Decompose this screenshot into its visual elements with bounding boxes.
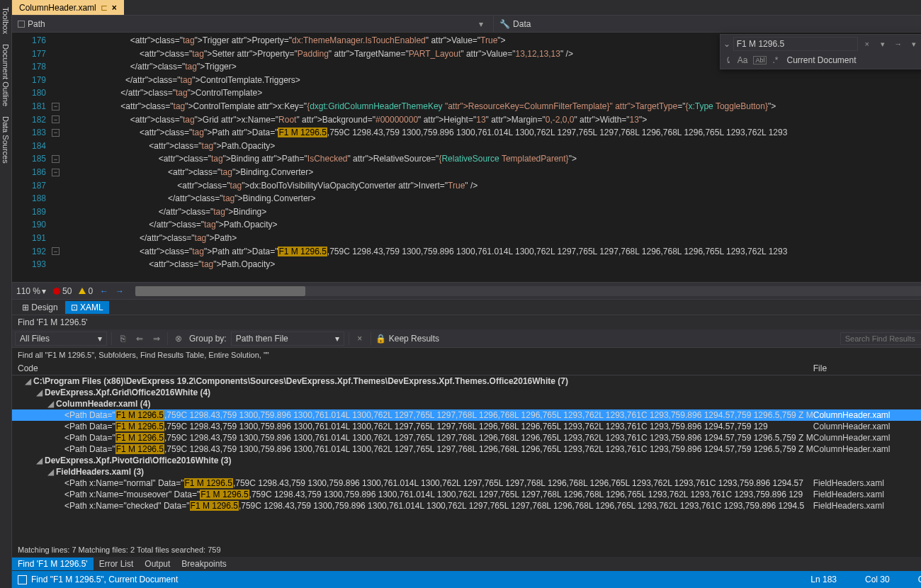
status-icon[interactable]: [18, 575, 27, 584]
chevron-down-icon[interactable]: ▾: [42, 286, 46, 296]
warning-count-value: 0: [88, 286, 93, 296]
xaml-tab-label: XAML: [80, 303, 103, 312]
main-area: ColumnHeader.xaml ⊏ × ▾ Path ▾ 🔧 Data ▾ …: [12, 0, 921, 588]
designer-mode-bar: ⊞ Design ⊡ XAML: [12, 299, 921, 315]
status-col: Col 30: [865, 575, 890, 584]
find-result-row[interactable]: <Path Data="F1 M 1296.5,759C 1298.43,759…: [12, 421, 921, 432]
groupby-label: Group by:: [189, 334, 227, 344]
find-results-title: Find 'F1 M 1296.5': [18, 317, 88, 327]
find-result-row[interactable]: <Path x:Name="mouseover" Data="F1 M 1296…: [12, 489, 921, 500]
find-result-row[interactable]: ◢DevExpress.Xpf.Grid\Office2016White (4): [12, 387, 921, 398]
regex-icon[interactable]: .*: [772, 55, 778, 65]
nav-back-icon[interactable]: ←: [100, 286, 108, 296]
chevron-down-icon: ▾: [335, 334, 339, 344]
warning-icon: [79, 288, 86, 294]
find-result-row[interactable]: ◢ColumnHeader.xaml (4): [12, 398, 921, 409]
keep-results-toggle[interactable]: 🔒Keep Results: [375, 334, 439, 344]
document-tab-columnheader[interactable]: ColumnHeader.xaml ⊏ ×: [12, 0, 124, 15]
prev-icon[interactable]: ⇐: [133, 332, 146, 345]
line-gutter: 1761771781791801811821831841851861871881…: [12, 33, 50, 282]
warning-count[interactable]: 0: [79, 286, 93, 296]
delete-icon[interactable]: ×: [354, 332, 366, 345]
path-icon: [18, 21, 25, 28]
find-result-row[interactable]: <Path Data="F1 M 1296.5,759C 1298.43,759…: [12, 432, 921, 443]
nav-fwd-icon[interactable]: →: [115, 286, 124, 296]
whole-word-icon[interactable]: Abl: [753, 56, 767, 64]
status-line: Ln 183: [810, 575, 837, 584]
lock-icon: 🔒: [375, 334, 386, 344]
status-message: Find "F1 M 1296.5", Current Document: [31, 575, 178, 584]
sidebar-tab-document-outline[interactable]: Document Outline: [0, 40, 11, 111]
close-icon[interactable]: ×: [112, 3, 117, 13]
status-ch: Ch 30: [918, 575, 921, 584]
find-results-summary: Matching lines: 7 Matching files: 2 Tota…: [12, 543, 921, 557]
expand-find-icon[interactable]: ⌄: [723, 39, 730, 49]
bottom-tab[interactable]: Breakpoints: [176, 558, 232, 570]
find-result-row[interactable]: ◢FieldHeaders.xaml (3): [12, 466, 921, 477]
find-results-header: Code File Line Col: [12, 362, 921, 375]
fold-column: −−−−−−: [50, 33, 111, 282]
find-input[interactable]: [733, 37, 858, 51]
zoom-dropdown[interactable]: 110 % ▾: [16, 286, 46, 296]
wrench-icon: 🔧: [499, 19, 510, 29]
status-bar: Find "F1 M 1296.5", Current Document Ln …: [12, 571, 921, 588]
col-file[interactable]: File: [813, 363, 920, 373]
find-results-tree[interactable]: ◢C:\Program Files (x86)\DevExpress 19.2\…: [12, 375, 921, 543]
copy-icon[interactable]: ⎘: [116, 332, 129, 345]
tab-title: ColumnHeader.xaml: [19, 3, 96, 13]
find-result-row[interactable]: <Path Data="F1 M 1296.5,759C 1298.43,759…: [12, 409, 921, 421]
breadcrumb-left-label: Path: [28, 19, 45, 29]
next-icon[interactable]: ⇒: [150, 332, 163, 345]
find-panel: ⌄ × ▾ → ▾ × ⤹ Aa Abl .* Current Document…: [720, 34, 921, 69]
search-find-results-input[interactable]: [840, 332, 921, 345]
find-result-row[interactable]: <Path x:Name="normal" Data="F1 M 1296.5,…: [12, 477, 921, 489]
editor-footer: 110 % ▾ 50 0 ← →: [12, 282, 921, 299]
chevron-down-icon[interactable]: ▾: [475, 19, 487, 29]
document-tab-bar: ColumnHeader.xaml ⊏ × ▾: [12, 0, 921, 16]
breadcrumb-path[interactable]: Path ▾: [12, 16, 494, 32]
code-area[interactable]: <attr">class="tag">Trigger attr">Propert…: [111, 33, 921, 282]
groupby-dropdown[interactable]: Path then File▾: [231, 332, 344, 346]
find-results-toolbar: All Files▾ ⎘ ⇐ ⇒ ⊗ Group by: Path then F…: [12, 329, 921, 348]
xaml-tab[interactable]: ⊡ XAML: [65, 301, 109, 314]
dropdown-icon[interactable]: ▾: [908, 38, 920, 50]
find-next-icon[interactable]: →: [892, 38, 905, 50]
bottom-tab[interactable]: Error List: [94, 558, 140, 570]
bottom-tabs: Find 'F1 M 1296.5'Error ListOutputBreakp…: [12, 557, 921, 571]
pin-icon[interactable]: ⊏: [101, 3, 108, 13]
zoom-value: 110 %: [16, 286, 40, 296]
error-icon: [53, 288, 60, 295]
match-case-icon[interactable]: Aa: [738, 55, 748, 65]
find-cursor-icon: ⤹: [725, 55, 732, 65]
find-query-text: Find all "F1 M 1296.5", Subfolders, Find…: [12, 348, 921, 362]
error-count[interactable]: 50: [53, 286, 72, 296]
col-code[interactable]: Code: [18, 363, 813, 373]
dropdown-icon[interactable]: ▾: [876, 38, 889, 50]
filter-value: All Files: [20, 334, 50, 344]
find-result-row[interactable]: ◢DevExpress.Xpf.PivotGrid\Office2016Whit…: [12, 455, 921, 466]
design-tab[interactable]: ⊞ Design: [16, 301, 64, 314]
clear-icon[interactable]: ⊗: [172, 332, 185, 345]
sidebar-tab-data-sources[interactable]: Data Sources: [0, 112, 11, 168]
design-tab-label: Design: [31, 303, 57, 312]
bottom-tab[interactable]: Output: [139, 558, 176, 570]
find-results-title-bar: Find 'F1 M 1296.5' ▾ 📌 ×: [12, 315, 921, 329]
breadcrumb-bar: Path ▾ 🔧 Data ▾ ÷: [12, 16, 921, 33]
code-editor[interactable]: 1761771781791801811821831841851861871881…: [12, 33, 921, 282]
bottom-tab[interactable]: Find 'F1 M 1296.5': [12, 558, 94, 570]
sidebar-tab-toolbox[interactable]: Toolbox: [0, 3, 11, 38]
breadcrumb-right-label: Data: [513, 19, 531, 29]
find-scope-dropdown[interactable]: Current Document: [786, 55, 856, 65]
find-result-row[interactable]: ◢C:\Program Files (x86)\DevExpress 19.2\…: [12, 375, 921, 387]
filter-dropdown[interactable]: All Files▾: [15, 332, 107, 346]
clear-icon[interactable]: ×: [861, 38, 874, 50]
keep-results-label: Keep Results: [389, 334, 439, 344]
find-results-panel: Find 'F1 M 1296.5' ▾ 📌 × All Files▾ ⎘ ⇐ …: [12, 315, 921, 571]
find-result-row[interactable]: <Path Data="F1 M 1296.5,759C 1298.43,759…: [12, 443, 921, 455]
scrollbar-thumb[interactable]: [135, 286, 305, 296]
find-result-row[interactable]: <Path x:Name="checked" Data="F1 M 1296.5…: [12, 500, 921, 511]
groupby-value: Path then File: [236, 334, 288, 344]
horizontal-scrollbar[interactable]: [135, 286, 921, 296]
left-sidebar: Toolbox Document Outline Data Sources: [0, 0, 12, 588]
breadcrumb-data[interactable]: 🔧 Data ▾: [494, 16, 921, 32]
